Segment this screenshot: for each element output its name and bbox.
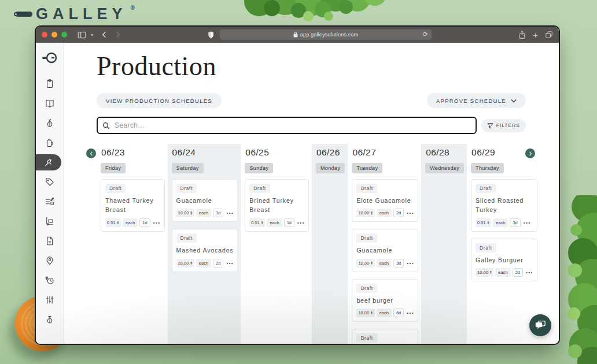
back-button[interactable] — [101, 31, 107, 38]
day-column-06-23: 06/23FridayDraftThawed Turkey Breast0.51… — [97, 144, 168, 344]
status-badge: Draft — [356, 284, 377, 293]
card-menu-button[interactable]: ••• — [407, 210, 414, 216]
sidebar-item-checklist[interactable] — [36, 192, 64, 211]
day-column-06-28: 06/28Wednesday — [421, 144, 467, 344]
stepper-arrows-icon[interactable]: ▲▼ — [370, 211, 373, 215]
unit-badge: each — [123, 218, 138, 227]
unit-badge: each — [267, 218, 282, 227]
quantity-stepper[interactable]: 20.00▲▼ — [176, 259, 194, 268]
stepper-arrows-icon[interactable]: ▲▼ — [190, 211, 192, 215]
address-bar[interactable]: app.galleysolutions.com ⟳ — [220, 29, 432, 40]
column-day-badge: Friday — [101, 163, 126, 173]
day-column-06-24: 06/24SaturdayDraftGuacamole10.00▲▼each3d… — [168, 144, 241, 344]
production-card[interactable]: Draftbeef burger10.00▲▼each6d••• — [352, 279, 418, 322]
quantity-stepper[interactable]: 10.00▲▼ — [176, 209, 194, 217]
card-menu-button[interactable]: ••• — [526, 270, 533, 275]
previous-week-button[interactable] — [86, 148, 96, 158]
lead-time-badge: 2d — [213, 259, 223, 268]
chevron-down-icon — [511, 99, 517, 103]
quantity-stepper[interactable]: 10.00▲▼ — [356, 309, 374, 317]
privacy-shield-icon[interactable] — [208, 31, 214, 39]
status-badge: Draft — [356, 184, 377, 193]
production-card[interactable]: DraftGalley Burguer10.00▲▼each2d••• — [471, 239, 537, 281]
sidebar-item-vessel[interactable] — [36, 133, 64, 153]
status-badge: Draft — [105, 184, 126, 193]
column-cards: DraftBrined Turkey Breast0.51▲▼each1d••• — [245, 179, 309, 232]
clipboard-icon — [45, 79, 55, 89]
quantity-stepper[interactable]: 10.00▲▼ — [476, 268, 493, 277]
production-card[interactable]: DraftSliced Roasted Turkey0.51▲▼each3d••… — [471, 179, 537, 232]
production-card[interactable]: DraftRoasted Turkey Breast0.51▲▼each1d••… — [352, 329, 418, 344]
stepper-arrows-icon[interactable]: ▲▼ — [489, 270, 492, 274]
production-card[interactable]: DraftMashed Avocados20.00▲▼each2d••• — [172, 229, 238, 272]
checklist-icon — [45, 196, 55, 207]
quantity-stepper[interactable]: 0.51▲▼ — [105, 218, 121, 227]
stepper-arrows-icon[interactable]: ▲▼ — [190, 261, 192, 265]
reload-icon[interactable]: ⟳ — [423, 31, 428, 38]
stepper-arrows-icon[interactable]: ▲▼ — [487, 221, 489, 225]
sidebar-item-settings[interactable] — [36, 290, 64, 310]
card-menu-button[interactable]: ••• — [226, 210, 234, 216]
card-menu-button[interactable]: ••• — [297, 220, 305, 225]
new-tab-icon[interactable]: + — [533, 30, 538, 40]
production-card[interactable]: DraftGuacamole10.00▲▼each3d••• — [172, 179, 238, 222]
kale-leaf-decoration-top — [236, 0, 388, 24]
share-icon[interactable] — [518, 31, 526, 39]
next-week-button[interactable] — [525, 148, 535, 158]
sidebar-item-dining[interactable] — [36, 270, 64, 290]
close-window-button[interactable] — [42, 32, 47, 38]
page-title: Production — [97, 51, 526, 81]
approve-schedule-button[interactable]: APPROVE SCHEDULE — [427, 93, 526, 108]
forward-button[interactable] — [115, 31, 121, 38]
day-column-06-25: 06/25SundayDraftBrined Turkey Breast0.51… — [241, 144, 312, 344]
card-menu-button[interactable]: ••• — [226, 261, 234, 266]
zoom-window-button[interactable] — [61, 32, 67, 38]
status-badge: Draft — [176, 184, 197, 193]
day-column-06-26: 06/26Monday — [312, 144, 348, 344]
sidebar-item-purchasing[interactable] — [36, 211, 64, 231]
quantity-stepper[interactable]: 10.00▲▼ — [356, 209, 374, 217]
minimize-window-button[interactable] — [51, 32, 57, 38]
card-menu-button[interactable]: ••• — [407, 261, 414, 266]
toolbar-chevron-down-icon[interactable]: ▾ — [91, 32, 93, 38]
sidebar-item-ingredient[interactable] — [36, 113, 64, 133]
production-card[interactable]: DraftElote Guacamole10.00▲▼each2d••• — [352, 179, 418, 222]
sidebar-item-location[interactable] — [36, 251, 64, 270]
column-cards: DraftElote Guacamole10.00▲▼each2d•••Draf… — [352, 179, 418, 344]
sidebar-item-recipe-book[interactable] — [36, 94, 64, 113]
quantity-stepper[interactable]: 0.51▲▼ — [249, 218, 265, 227]
lead-time-badge: 1d — [139, 218, 150, 227]
galley-brand-logo: GALLEY ® — [15, 5, 135, 23]
tab-overview-icon[interactable] — [545, 31, 553, 39]
production-card[interactable]: DraftThawed Turkey Breast0.51▲▼each1d••• — [101, 179, 165, 232]
card-menu-button[interactable]: ••• — [524, 220, 531, 225]
recipe-name: Mashed Avocados — [176, 246, 234, 255]
sidebar-toggle-icon[interactable] — [78, 31, 86, 39]
card-menu-button[interactable]: ••• — [153, 220, 161, 225]
chat-button[interactable] — [529, 314, 551, 336]
card-menu-button[interactable]: ••• — [407, 310, 414, 315]
production-card[interactable]: DraftBrined Turkey Breast0.51▲▼each1d••• — [245, 179, 309, 232]
stepper-arrows-icon[interactable]: ▲▼ — [117, 221, 119, 225]
quantity-stepper[interactable]: 0.51▲▼ — [476, 218, 491, 227]
kale-leaf-decoration-right — [558, 195, 597, 364]
galley-app-logo-icon[interactable] — [42, 51, 57, 67]
traffic-lights — [42, 32, 67, 38]
search-input[interactable] — [113, 121, 471, 130]
stepper-arrows-icon[interactable]: ▲▼ — [261, 221, 263, 225]
stepper-arrows-icon[interactable]: ▲▼ — [370, 261, 373, 265]
recipe-name: Brined Turkey Breast — [249, 196, 305, 215]
sidebar-item-production[interactable] — [36, 154, 61, 170]
sidebar-item-clipboard[interactable] — [36, 74, 64, 94]
stepper-arrows-icon[interactable]: ▲▼ — [370, 311, 373, 315]
plant-icon — [45, 314, 55, 325]
quantity-stepper[interactable]: 10.00▲▼ — [356, 259, 374, 268]
sidebar-item-tag[interactable] — [36, 172, 64, 192]
sliders-icon — [45, 295, 55, 305]
sidebar-item-document[interactable] — [36, 231, 64, 251]
sidebar-item-plant[interactable] — [36, 310, 64, 329]
production-card[interactable]: DraftGuacamole10.00▲▼each3d••• — [352, 229, 418, 272]
search-bar — [97, 117, 477, 134]
filters-button[interactable]: FILTERS — [481, 119, 526, 132]
view-production-schedules-button[interactable]: VIEW PRODUCTION SCHEDULES — [97, 93, 222, 108]
